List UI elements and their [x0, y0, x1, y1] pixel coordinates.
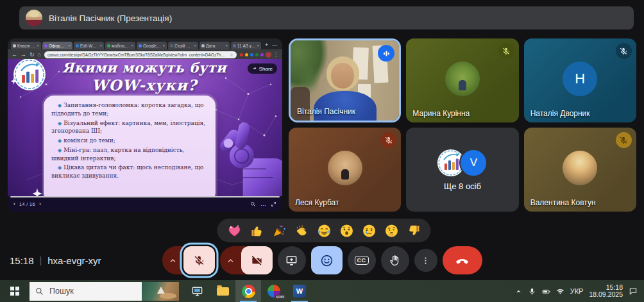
chrome-icon — [242, 285, 255, 298]
extension-icon[interactable] — [245, 53, 248, 56]
taskbar-app-m365[interactable]: M365 — [261, 280, 287, 302]
battery-icon[interactable] — [542, 287, 550, 296]
taskbar-app-chrome[interactable] — [235, 280, 261, 302]
browser-tab[interactable]: 11 АЗ урок× — [231, 42, 261, 49]
start-button[interactable] — [0, 280, 30, 302]
participant-tile-marina[interactable]: Марина Курінна — [406, 38, 518, 122]
robot-hand-illustration — [209, 122, 282, 196]
camera-options-chevron[interactable] — [220, 256, 241, 265]
search-input[interactable] — [48, 286, 121, 296]
tab-close-icon[interactable]: × — [99, 44, 102, 47]
taskbar-apps: M365 W — [184, 280, 312, 302]
home-icon[interactable]: ⌂ — [38, 52, 41, 58]
reaction-crying-face-icon[interactable] — [362, 223, 377, 238]
browser-tab[interactable]: Дата× — [199, 42, 230, 49]
next-slide-button[interactable]: › — [39, 201, 41, 207]
wifi-icon[interactable] — [556, 287, 564, 296]
reaction-thumbs-up-icon[interactable] — [250, 223, 264, 238]
fullscreen-icon[interactable] — [271, 201, 276, 207]
cc-icon: CC — [355, 256, 369, 265]
reaction-astonished-face-icon[interactable] — [339, 223, 354, 238]
avatar — [328, 151, 362, 185]
presentation-slide: Share Якими можуть бути WOW-хуки? ◆Запит… — [8, 59, 282, 196]
extension-icon[interactable] — [255, 53, 258, 56]
address-bar[interactable]: canva.com/design/DAGzThYYGnw/svCmTBom3Gk… — [44, 51, 237, 58]
participant-tile-valentyna[interactable]: Валентина Ковтун — [524, 128, 636, 212]
reactions-bar — [217, 219, 431, 242]
raise-hand-button[interactable] — [381, 246, 409, 274]
tab-close-icon[interactable]: × — [257, 44, 259, 47]
diamond-bullet-icon: ◆ — [58, 121, 62, 126]
mic-off-icon — [498, 43, 514, 59]
back-icon[interactable]: ← — [12, 52, 17, 58]
camera-toggle-button[interactable] — [241, 246, 273, 274]
reaction-clapping-hands-icon[interactable] — [294, 223, 309, 238]
language-indicator[interactable]: УКР — [570, 287, 584, 295]
new-tab-button[interactable]: + — [262, 42, 271, 48]
participant-tile-lesya[interactable]: Леся Курбат — [289, 128, 401, 212]
reaction-party-popper-icon[interactable] — [272, 223, 287, 238]
mic-off-icon — [380, 132, 396, 148]
window-minimize-button[interactable]: — — [272, 42, 277, 47]
slide-title-line1: Якими можуть бути — [47, 60, 241, 76]
mic-options-chevron[interactable] — [162, 256, 183, 265]
tab-close-icon[interactable]: × — [131, 44, 133, 47]
browser-profile-avatar[interactable] — [266, 52, 271, 58]
browser-tab[interactable]: мобільна у× — [105, 42, 135, 49]
share-arrow-icon — [252, 66, 257, 71]
extensions-row: ⋮ — [240, 52, 278, 58]
participant-tile-natalia[interactable]: Н Наталія Дворник — [524, 38, 636, 122]
extension-icon[interactable] — [250, 53, 253, 56]
forward-icon[interactable]: → — [21, 52, 26, 58]
taskbar-app-explorer[interactable] — [210, 280, 235, 302]
reload-icon[interactable]: ↻ — [30, 52, 35, 58]
previous-slide-button[interactable]: ‹ — [13, 201, 15, 207]
browser-tab-active[interactable]: Оформленн× — [42, 42, 72, 49]
browser-menu-icon[interactable]: ⋮ — [273, 52, 278, 58]
browser-tab[interactable]: Класні роб× — [11, 42, 41, 49]
captions-button[interactable]: CC — [348, 246, 376, 274]
slide-bullet: ◆Візуальний ефект: картинка, мем, ілюстр… — [51, 119, 208, 136]
reaction-thinking-face-icon[interactable] — [384, 223, 399, 238]
shared-screen-tile[interactable]: Класні роб× Оформленн× Edit Word O× мобі… — [8, 38, 282, 212]
canva-share-button[interactable]: Share — [248, 63, 277, 74]
taskbar-app-desktop[interactable] — [184, 280, 210, 302]
tab-favicon-icon — [76, 44, 79, 47]
tray-chevron-icon[interactable] — [515, 288, 522, 295]
end-call-button[interactable] — [443, 246, 482, 274]
taskbar-app-word[interactable]: W — [287, 280, 312, 302]
reaction-sparkling-heart-icon[interactable] — [227, 223, 242, 238]
sparkle-icon — [10, 77, 18, 85]
participant-tile-vitalia[interactable]: Віталія Пасічник — [289, 38, 401, 122]
tray-mic-icon[interactable] — [528, 287, 536, 296]
player-more-icon[interactable]: … — [260, 201, 266, 207]
browser-tab[interactable]: Google Gem× — [137, 42, 167, 49]
more-vertical-icon — [421, 256, 430, 265]
taskbar-search[interactable] — [30, 282, 179, 301]
present-screen-button[interactable] — [278, 246, 306, 274]
tab-close-icon[interactable]: × — [68, 44, 71, 47]
zoom-icon[interactable] — [250, 201, 256, 207]
word-icon: W — [293, 285, 306, 298]
notification-center-icon[interactable] — [629, 287, 638, 296]
mic-toggle-button[interactable] — [183, 246, 215, 274]
tray-clock[interactable]: 15:18 18.09.2025 — [589, 284, 623, 299]
tab-close-icon[interactable]: × — [37, 44, 39, 47]
reaction-thumbs-down-icon[interactable] — [407, 223, 421, 238]
overflow-participants-tile[interactable]: V Ще 8 осіб — [406, 128, 518, 212]
tab-close-icon[interactable]: × — [162, 44, 165, 47]
bookmark-star-icon[interactable]: ☆ — [230, 53, 233, 58]
participant-name: Марина Курінна — [412, 109, 470, 118]
tab-close-icon[interactable]: × — [194, 44, 196, 47]
tab-close-icon[interactable]: × — [225, 44, 228, 47]
slide-bullet: ◆комікси до теми; — [51, 137, 208, 145]
reactions-toggle-button[interactable] — [311, 246, 343, 274]
browser-tab[interactable]: Стрій штучн× — [168, 42, 198, 49]
reaction-joy-face-icon[interactable] — [317, 223, 332, 238]
extension-icon[interactable] — [260, 53, 264, 56]
browser-tab[interactable]: Edit Word O× — [74, 42, 104, 49]
more-options-button[interactable] — [414, 249, 437, 272]
extension-icon[interactable] — [240, 53, 243, 56]
folder-icon — [217, 287, 229, 296]
tab-favicon-icon — [44, 44, 47, 47]
